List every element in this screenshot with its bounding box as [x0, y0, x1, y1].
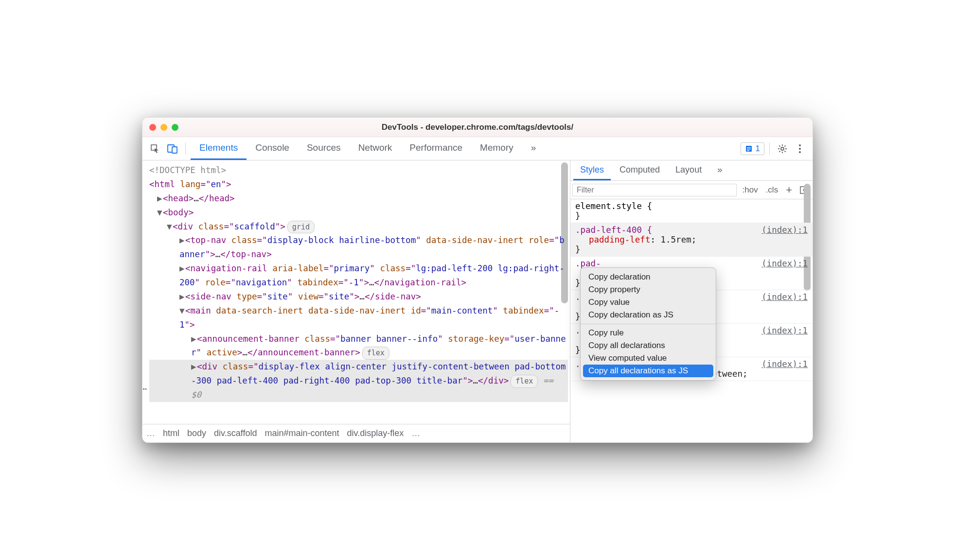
dom-node[interactable]: ▶<side-nav type="site" view="site">…</si… [149, 290, 568, 304]
dom-doctype: <!DOCTYPE html> [149, 165, 226, 175]
tab-sources[interactable]: Sources [298, 137, 350, 160]
svg-point-8 [799, 144, 801, 146]
dom-node[interactable]: ▶<top-nav class="display-block hairline-… [149, 233, 568, 262]
traffic-lights [149, 124, 178, 131]
main-content: <!DOCTYPE html> <html lang="en"> ▶<head>… [142, 160, 813, 442]
menu-item[interactable]: Copy declaration as JS [581, 309, 716, 321]
window-title: DevTools - developer.chrome.com/tags/dev… [142, 122, 813, 132]
tab-network[interactable]: Network [350, 137, 401, 160]
dom-node[interactable]: ▶<head>…</head> [149, 192, 568, 206]
menu-item-selected[interactable]: Copy all declarations as JS [583, 365, 713, 377]
dom-node[interactable]: ▼<main data-search-inert data-side-nav-i… [149, 304, 568, 332]
menu-item[interactable]: Copy rule [581, 327, 716, 339]
css-rule[interactable]: element.style { } [570, 199, 813, 223]
selector: element.style { [575, 201, 652, 211]
panel-tabs: Elements Console Sources Network Perform… [191, 137, 545, 160]
source-link[interactable]: (index):1 [761, 259, 808, 268]
inspect-icon[interactable] [147, 141, 163, 157]
svg-rect-5 [747, 149, 751, 149]
dom-node[interactable]: ▶<navigation-rail aria-label="primary" c… [149, 262, 568, 290]
menu-separator [581, 324, 716, 324]
crumb[interactable]: div.display-flex [347, 428, 404, 438]
menu-item[interactable]: Copy property [581, 283, 716, 296]
filter-row: :hov .cls + [570, 181, 813, 199]
dom-node[interactable]: <html lang="en"> [149, 177, 568, 192]
breadcrumb-overflow[interactable]: … [411, 428, 420, 438]
layout-pill[interactable]: flex [362, 347, 389, 360]
device-toggle-icon[interactable] [165, 141, 180, 157]
crumb[interactable]: div.scaffold [214, 428, 257, 438]
issues-count: 1 [756, 144, 760, 154]
menu-item[interactable]: Copy declaration [581, 271, 716, 283]
zoom-icon[interactable] [172, 124, 178, 131]
svg-point-9 [799, 148, 801, 150]
tab-computed[interactable]: Computed [613, 160, 667, 180]
css-rule[interactable]: (index):1 .pad-left-400 { padding-left: … [570, 223, 813, 257]
source-link[interactable]: (index):1 [761, 326, 808, 335]
layout-pill[interactable]: flex [511, 375, 538, 388]
new-rule-icon[interactable]: + [784, 184, 794, 196]
crumb[interactable]: body [187, 428, 206, 438]
dom-node-selected[interactable]: ▶<div class="display-flex align-center j… [149, 360, 568, 402]
separator [769, 142, 770, 155]
tab-memory[interactable]: Memory [471, 137, 522, 160]
tab-elements[interactable]: Elements [191, 137, 247, 160]
svg-point-10 [799, 151, 801, 153]
close-icon[interactable] [149, 124, 156, 131]
elements-pane: <!DOCTYPE html> <html lang="en"> ▶<head>… [142, 160, 570, 442]
dom-tree[interactable]: <!DOCTYPE html> <html lang="en"> ▶<head>… [142, 160, 570, 424]
source-link[interactable]: (index):1 [761, 359, 808, 369]
tab-more[interactable]: » [522, 137, 545, 160]
dom-node[interactable]: ▼<div class="scaffold">grid [149, 220, 568, 234]
tab-performance[interactable]: Performance [401, 137, 471, 160]
filter-input[interactable] [572, 184, 737, 196]
tab-console[interactable]: Console [247, 137, 298, 160]
crumb[interactable]: html [163, 428, 179, 438]
titlebar: DevTools - developer.chrome.com/tags/dev… [142, 118, 813, 137]
gear-icon[interactable] [775, 141, 790, 157]
svg-rect-6 [747, 150, 749, 151]
svg-point-7 [781, 147, 784, 150]
breadcrumb: … html body div.scaffold main#main-conte… [142, 424, 570, 442]
svg-rect-4 [747, 147, 751, 148]
kebab-icon[interactable] [792, 141, 808, 157]
tab-styles[interactable]: Styles [573, 160, 611, 180]
menu-item[interactable]: View computed value [581, 352, 716, 365]
cls-button[interactable]: .cls [764, 185, 780, 195]
context-menu: Copy declaration Copy property Copy valu… [580, 267, 716, 381]
svg-rect-2 [172, 147, 177, 153]
main-toolbar: Elements Console Sources Network Perform… [142, 137, 813, 160]
devtools-window: DevTools - developer.chrome.com/tags/dev… [142, 117, 813, 443]
source-link[interactable]: (index):1 [761, 225, 808, 235]
layout-pill[interactable]: grid [287, 221, 315, 234]
minimize-icon[interactable] [160, 124, 167, 131]
styles-tabs: Styles Computed Layout » [570, 160, 813, 181]
separator [185, 142, 186, 155]
tab-more[interactable]: » [710, 160, 729, 180]
source-link[interactable]: (index):1 [761, 292, 808, 302]
issues-badge[interactable]: 1 [741, 142, 764, 155]
menu-item[interactable]: Copy all declarations [581, 339, 716, 352]
tab-layout[interactable]: Layout [669, 160, 708, 180]
menu-item[interactable]: Copy value [581, 296, 716, 309]
overflow-icon[interactable]: ⋯ [142, 379, 148, 399]
dom-node[interactable]: ▼<body> [149, 206, 568, 220]
dom-node[interactable]: ▶<announcement-banner class="banner bann… [149, 332, 568, 360]
breadcrumb-overflow[interactable]: … [146, 428, 155, 438]
crumb[interactable]: main#main-content [265, 428, 339, 438]
hov-button[interactable]: :hov [741, 185, 760, 195]
